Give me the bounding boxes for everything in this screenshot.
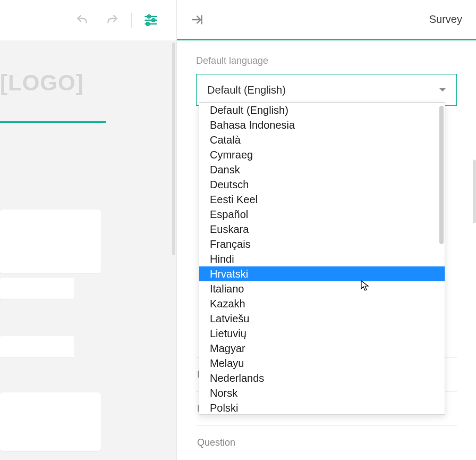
language-option[interactable]: Español xyxy=(199,207,445,222)
section-label: Question xyxy=(197,437,235,448)
canvas-card[interactable] xyxy=(0,278,74,299)
left-scrollbar-thumb[interactable] xyxy=(172,43,175,255)
language-option[interactable]: Euskara xyxy=(199,222,445,237)
canvas-card[interactable] xyxy=(0,210,101,273)
language-option[interactable]: Hindi xyxy=(199,252,445,266)
properties-header: Survey xyxy=(177,0,476,40)
redo-button[interactable] xyxy=(99,7,125,33)
app-root: [LOGO] Survey Default language Defau xyxy=(0,0,476,460)
dropdown-scrollbar-thumb[interactable] xyxy=(439,106,444,244)
title-underline xyxy=(0,121,106,123)
language-option[interactable]: Cymraeg xyxy=(199,147,445,162)
language-option[interactable]: Bahasa Indonesia xyxy=(199,118,445,132)
language-option[interactable]: Italiano xyxy=(199,281,445,296)
language-option[interactable]: Français xyxy=(199,237,445,252)
panel-title: Survey xyxy=(429,13,462,26)
logo-placeholder[interactable]: [LOGO] xyxy=(0,70,84,96)
right-scrollbar-thumb[interactable] xyxy=(473,160,476,223)
undo-icon xyxy=(75,13,89,27)
caret-down-icon xyxy=(439,88,446,91)
settings-button[interactable] xyxy=(138,7,164,33)
language-option[interactable]: Kazakh xyxy=(199,296,445,311)
language-option[interactable]: Melayu xyxy=(199,356,445,371)
language-option[interactable]: Polski xyxy=(199,400,445,414)
default-language-select[interactable]: Default (English) xyxy=(196,74,457,106)
language-option[interactable]: Latviešu xyxy=(199,311,445,326)
toolbar-divider xyxy=(131,13,132,28)
language-option[interactable]: Hrvatski xyxy=(199,266,445,281)
language-option[interactable]: Català xyxy=(199,132,445,147)
language-option[interactable]: Dansk xyxy=(199,162,445,177)
settings-sliders-icon xyxy=(143,13,158,28)
language-option[interactable]: Deutsch xyxy=(199,177,445,192)
language-dropdown-popup[interactable]: Default (English)Bahasa IndonesiaCatalàC… xyxy=(199,102,445,415)
language-option[interactable]: Norsk xyxy=(199,386,445,400)
language-option[interactable]: Nederlands xyxy=(199,371,445,386)
undo-button[interactable] xyxy=(70,7,95,33)
left-toolbar xyxy=(0,0,176,40)
language-dropdown-list[interactable]: Default (English)Bahasa IndonesiaCatalàC… xyxy=(199,103,445,414)
collapse-right-icon xyxy=(190,13,204,27)
designer-column: [LOGO] xyxy=(0,0,177,460)
canvas-card[interactable] xyxy=(0,392,101,451)
collapse-panel-button[interactable] xyxy=(188,10,207,29)
redo-icon xyxy=(105,13,119,27)
language-option[interactable]: Default (English) xyxy=(199,103,445,118)
select-value: Default (English) xyxy=(207,84,286,96)
language-option[interactable]: Magyar xyxy=(199,341,445,356)
language-option[interactable]: Eesti Keel xyxy=(199,192,445,207)
default-language-label: Default language xyxy=(196,55,457,66)
language-option[interactable]: Lietuvių xyxy=(199,326,445,341)
section-question[interactable]: Question xyxy=(196,425,457,459)
canvas-card[interactable] xyxy=(0,336,74,357)
designer-canvas[interactable]: [LOGO] xyxy=(0,40,176,460)
